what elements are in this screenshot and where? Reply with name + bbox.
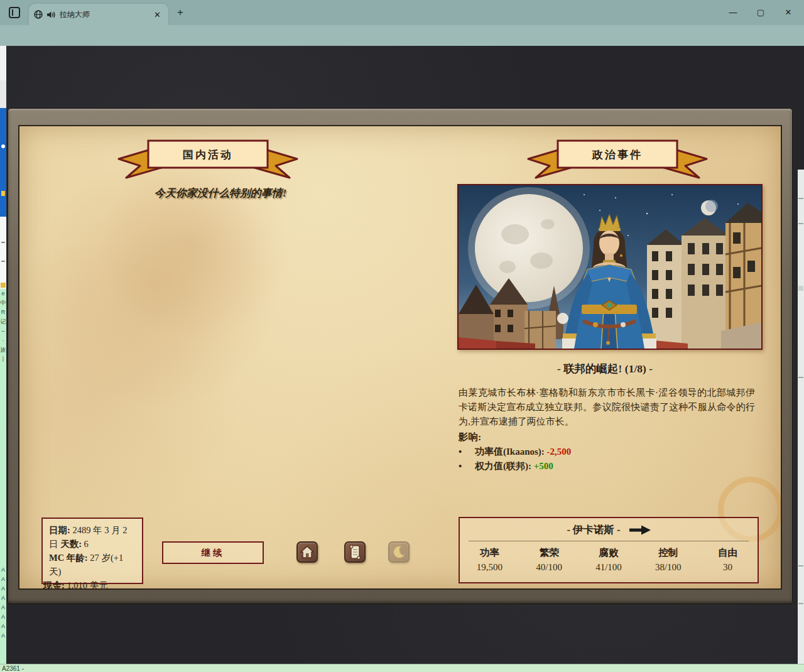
game-page: e中 R记 –· 旅丨 AA AA AA AA [0,46,804,664]
scroll-icon [349,545,361,560]
background-window-left-strip: e中 R记 –· 旅丨 AA AA AA AA [0,46,6,664]
home-message: 今天你家没什么特别的事情! [19,186,421,200]
window-maximize-button[interactable]: ▢ [751,7,770,18]
status-bar: A2361 - [0,664,804,672]
effect-value-negative: -2,500 [547,447,572,457]
window-close-button[interactable]: ✕ [779,7,798,18]
stat-power: 功率19,500 [467,546,511,573]
workspaces-icon[interactable] [9,7,20,18]
event-title: - 联邦的崛起! (1/8) - [435,361,774,376]
browser-toolbar: ← ↻ ⌂ 文件 E:/BaiduNetdiskDownload/R18/A23… [0,25,804,46]
stat-prosperity: 繁荣40/100 [527,546,571,573]
domestic-activities-banner-label: 国内活动 [148,141,268,168]
window-minimize-button[interactable]: — [724,7,742,18]
event-illustration [457,184,763,350]
date-info-box: 日期: 2489 年 3 月 2 日 天数: 6 MC 年龄: 27 岁(+1 … [41,518,143,584]
region-stats-panel: - 伊卡诺斯 - 功率19,500 繁荣40/100 [459,517,759,583]
event-body: 由莱克城市长布林·塞格勒和新东京市市长黑卡·涩谷领导的北部城邦伊卡诺斯决定宣布成… [459,386,755,429]
tab-title: 拉纳大师 [60,9,151,20]
house-icon [300,545,314,559]
new-tab-button[interactable]: + [177,6,183,19]
domestic-activities-banner: 国内活动 [114,136,302,180]
effect-value-positive: +500 [534,461,553,471]
globe-favicon-icon [34,10,43,19]
effect-item-authority: •权力值(联邦): +500 [459,460,754,472]
stat-freedom: 自由30 [706,546,750,573]
stat-control: 控制38/100 [646,546,690,573]
background-window-right-strip [798,170,804,664]
game-frame: 国内活动 政治事件 今天你家没什么特别的事情! [8,108,793,604]
stat-corruption: 腐败41/100 [587,546,631,573]
effects-label: 影响: [459,431,481,444]
browser-window: 拉纳大师 ✕ + — ▢ ✕ ← ↻ ⌂ 文件 E:/BaiduNetdiskD… [0,0,804,672]
continue-button[interactable]: 继续 [162,541,264,564]
browser-tab[interactable]: 拉纳大师 ✕ [29,4,168,25]
tab-audio-icon[interactable] [46,11,55,19]
parchment-panel: 国内活动 政治事件 今天你家没什么特别的事情! [18,125,782,590]
browser-titlebar: 拉纳大师 ✕ + — ▢ ✕ [0,0,804,25]
region-title: - 伊卡诺斯 - [567,523,620,537]
bullet-icon: • [459,447,475,457]
bullet-icon: • [459,461,475,472]
cash-line: 现金: 1,010 美元 [43,580,108,590]
event-log-button[interactable] [344,541,366,563]
political-events-banner-label: 政治事件 [558,141,677,168]
next-region-arrow-icon[interactable] [629,525,651,535]
moon-icon [392,545,406,559]
go-home-button[interactable] [296,541,318,563]
tab-close-icon[interactable]: ✕ [151,10,163,19]
effect-item-power: •功率值(Ikaanos): -2,500 [459,446,754,458]
political-events-banner: 政治事件 [523,136,712,180]
sleep-button[interactable] [388,541,410,563]
